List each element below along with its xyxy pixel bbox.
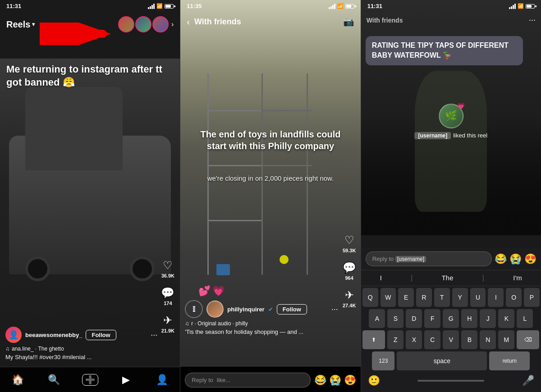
key-j[interactable]: J (480, 309, 496, 328)
p1-username[interactable]: beeawesomenebby_ (25, 332, 82, 338)
p2-user-avatar[interactable]: 𝕀 (185, 300, 203, 318)
key-row-4: 123 space return (362, 351, 540, 370)
p1-user-row: 👤 beeawesomenebby_ Follow ··· (5, 327, 157, 343)
story-bubbles[interactable]: › (118, 16, 174, 32)
nav-profile[interactable]: 👤 (153, 371, 171, 389)
p1-follow-button[interactable]: Follow (86, 330, 116, 340)
p3-reply-input[interactable]: Reply to [username] (366, 251, 492, 266)
p2-emoji-love[interactable]: 😍 (344, 374, 356, 386)
nav-search[interactable]: 🔍 (45, 371, 63, 389)
p2-comment-action[interactable]: 💬 964 (343, 261, 356, 281)
time-2: 11:35 (187, 3, 202, 9)
key-row-1: Q W E R T Y U I O P (362, 288, 540, 307)
story-bubble-1[interactable] (118, 16, 134, 32)
p3-reply-prefix: Reply to (372, 255, 395, 262)
p2-reply-input[interactable]: Reply to like... (185, 373, 310, 387)
key-q[interactable]: Q (362, 288, 378, 307)
p2-emoji-cry[interactable]: 😭 (329, 374, 341, 386)
key-c[interactable]: C (424, 330, 440, 349)
story-bubble-3[interactable] (152, 16, 169, 32)
share-action[interactable]: ✈ 21.9K (161, 314, 174, 333)
key-s[interactable]: S (387, 309, 403, 328)
p2-share-action[interactable]: ✈ 27.4K (343, 289, 356, 308)
p1-song-row: ♫ ana.line_ · The ghetto (5, 346, 157, 352)
heart-emoji-2: 💗 (212, 285, 225, 297)
p3-emoji-cry[interactable]: 😭 (509, 253, 522, 265)
nav-reels[interactable]: ▶ (117, 371, 135, 389)
autocomplete-bar: I | The | I'm (361, 270, 541, 286)
key-f[interactable]: F (424, 309, 440, 328)
key-e[interactable]: E (398, 288, 414, 307)
p3-liked-section: 🌿 💗 [username] liked this reel (415, 104, 488, 139)
p1-overlay-text-area: Me returning to instagram after tt got b… (0, 59, 180, 89)
p2-back-button[interactable]: ‹ (187, 17, 190, 27)
key-z[interactable]: Z (387, 330, 403, 349)
key-h[interactable]: H (461, 309, 477, 328)
key-delete[interactable]: ⌫ (517, 330, 539, 349)
key-space[interactable]: space (397, 351, 487, 370)
key-return[interactable]: return (489, 351, 530, 370)
key-d[interactable]: D (406, 309, 422, 328)
autocomplete-i[interactable]: I (380, 274, 382, 282)
key-v[interactable]: V (443, 330, 459, 349)
p1-caption: My Shayla!!! #over30 #milenial ... (5, 354, 157, 360)
nav-home[interactable]: 🏠 (9, 371, 27, 389)
p2-user-avatar-photo[interactable] (206, 301, 224, 318)
like-icon: ♡ (163, 259, 173, 272)
p2-follow-button[interactable]: Follow (277, 304, 307, 315)
p2-camera-icon[interactable]: 📷 (343, 16, 354, 27)
key-r[interactable]: R (416, 288, 432, 307)
like-action[interactable]: ♡ 36.9K (161, 259, 174, 278)
p1-user-avatar[interactable]: 👤 (5, 327, 22, 343)
key-o[interactable]: O (506, 288, 522, 307)
p3-reply-username: [username] (395, 256, 426, 262)
microphone-button[interactable]: 🎤 (522, 375, 534, 387)
key-p[interactable]: P (524, 288, 540, 307)
autocomplete-im[interactable]: I'm (513, 274, 522, 282)
emoji-face-button[interactable]: 🙂 (368, 375, 380, 387)
story-bubble-2[interactable] (135, 16, 151, 32)
p2-like-action[interactable]: ♡ 59.3K (343, 234, 356, 253)
p2-video: The end of toys in landfills could start… (180, 0, 360, 367)
key-x[interactable]: X (406, 330, 422, 349)
p2-emoji-laugh[interactable]: 😂 (314, 374, 326, 386)
p2-user-row: 𝕀 phillyinquirer ✔ Follow ··· (185, 300, 338, 318)
p3-title: With friends (367, 17, 403, 24)
p3-emoji-love[interactable]: 😍 (524, 253, 536, 265)
key-k[interactable]: K (498, 309, 514, 328)
comment-action[interactable]: 💬 174 (161, 287, 174, 306)
status-icons-2: 📶 (329, 3, 354, 9)
p2-music-icon: ♫ (185, 320, 189, 327)
key-g[interactable]: G (443, 309, 459, 328)
p1-dots-button[interactable]: ··· (151, 330, 157, 340)
key-b[interactable]: B (461, 330, 477, 349)
wifi-icon-3: 📶 (518, 3, 524, 9)
key-m[interactable]: M (498, 330, 514, 349)
p2-username[interactable]: phillyinquirer (227, 306, 264, 313)
comment-count: 174 (164, 301, 172, 306)
key-y[interactable]: Y (452, 288, 468, 307)
key-numbers[interactable]: 123 (372, 351, 394, 370)
p2-dots-button[interactable]: ··· (331, 305, 338, 314)
reels-header: Reels ▾ › (0, 13, 180, 36)
key-row-3: ⬆ Z X C V B N M ⌫ (362, 330, 540, 349)
key-shift[interactable]: ⬆ (362, 330, 385, 349)
key-u[interactable]: U (470, 288, 486, 307)
key-i[interactable]: I (488, 288, 504, 307)
panel-keyboard-view: 11:31 📶 With friends ··· RATING THE TIPY… (361, 0, 541, 392)
share-icon: ✈ (163, 314, 172, 327)
p2-share-count: 27.4K (343, 303, 356, 308)
p3-dots-button[interactable]: ··· (529, 15, 536, 25)
key-a[interactable]: A (369, 309, 385, 328)
key-l[interactable]: L (517, 309, 533, 328)
nav-add[interactable]: ➕ (81, 371, 99, 389)
p3-emoji-laugh[interactable]: 😂 (495, 253, 507, 265)
signal-icon-1 (148, 4, 155, 9)
key-w[interactable]: W (381, 288, 396, 307)
p3-liked-avatar[interactable]: 🌿 💗 (439, 104, 463, 128)
autocomplete-the[interactable]: The (442, 274, 454, 282)
key-n[interactable]: N (480, 330, 496, 349)
key-t[interactable]: T (434, 288, 450, 307)
p2-emoji-row: 😂 😭 😍 (314, 374, 356, 386)
signal-icon-3 (509, 4, 516, 9)
